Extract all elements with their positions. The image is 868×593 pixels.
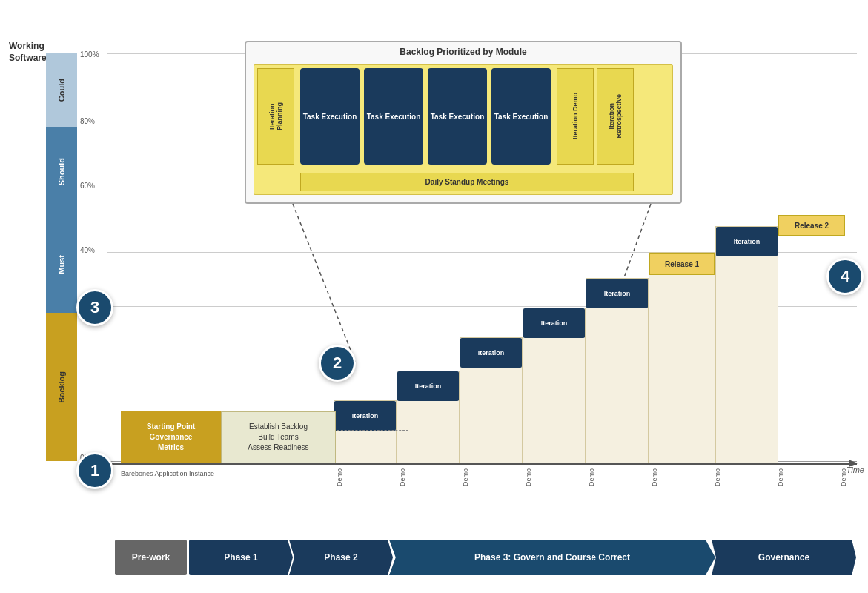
svg-line-0 — [293, 204, 356, 363]
iteration-planning-label: IterationPlanning — [268, 102, 283, 130]
task-exec-1: Task Execution — [300, 68, 360, 165]
sprint-inner-area: IterationPlanning Task Execution Task Ex… — [254, 64, 673, 195]
dotted-baseline — [334, 430, 408, 431]
backlog-band: Backlog — [46, 313, 77, 461]
release1-box: Release 1 — [649, 253, 715, 275]
must-label: Must — [57, 255, 66, 274]
task-exec-2: Task Execution — [364, 68, 423, 165]
pct-100: 100% — [80, 50, 99, 59]
bar-6: Iteration — [715, 226, 778, 463]
iteration-label-3: Iteration — [460, 338, 522, 368]
iteration-retro-box: IterationRetrospective — [597, 68, 634, 165]
sprint-title: Backlog Prioritized by Module — [246, 42, 680, 60]
phase2-box: Establish BacklogBuild TeamsAssess Readi… — [221, 411, 336, 463]
daily-standup-box: Daily Standup Meetings — [300, 173, 634, 191]
release2-box: Release 2 — [778, 215, 845, 236]
phase-prework-label: Pre-work — [132, 552, 170, 563]
bar-5: Iteration — [586, 278, 649, 463]
bar-3: Iteration — [460, 337, 523, 463]
iteration-demo-label: Iteration Demo — [572, 93, 579, 139]
daily-standup-label: Daily Standup Meetings — [425, 178, 509, 186]
demo-7: Demo — [714, 468, 721, 486]
pct-60: 60% — [80, 182, 95, 190]
iteration-planning-box: IterationPlanning — [257, 68, 294, 165]
phase-1: Phase 1 — [189, 540, 293, 575]
iteration-label-4: Iteration — [523, 308, 585, 338]
iteration-demo-box: Iteration Demo — [557, 68, 594, 165]
iteration-label-2: Iteration — [397, 371, 459, 401]
iteration-label-1: Iteration — [334, 401, 396, 431]
should-label: Should — [57, 158, 66, 185]
phase-1-label: Phase 1 — [224, 552, 257, 563]
should-band: Should — [46, 127, 77, 216]
governance-phase: Governance — [712, 540, 856, 575]
could-label: Could — [57, 79, 66, 102]
task-exec-3: Task Execution — [428, 68, 487, 165]
circle-4-label: 4 — [841, 267, 849, 286]
bar-4: Iteration — [523, 308, 586, 463]
must-band: Must — [46, 216, 77, 313]
demo-8: Demo — [777, 468, 784, 486]
demo-5: Demo — [588, 468, 595, 486]
iteration-label-5: Iteration — [586, 279, 648, 308]
demo-6: Demo — [651, 468, 658, 486]
iteration-label-6: Iteration — [716, 227, 778, 256]
release1-bar: Release 1 — [649, 252, 715, 463]
phase-3-label: Phase 3: Govern and Course Correct — [474, 552, 630, 563]
pct-40: 40% — [80, 246, 95, 254]
circle-4: 4 — [826, 258, 864, 295]
governance-label: Governance — [758, 552, 809, 563]
circle-3: 3 — [76, 289, 113, 326]
y-axis-title: WorkingSoftware — [9, 41, 42, 64]
pct-80: 80% — [80, 117, 95, 125]
prework-gold-box: Starting PointGovernanceMetrics — [121, 411, 221, 463]
phase-2: Phase 2 — [289, 540, 393, 575]
prework-label: Starting PointGovernanceMetrics — [147, 422, 196, 453]
iteration-retro-label: IterationRetrospective — [608, 94, 623, 139]
phase-3: Phase 3: Govern and Course Correct — [389, 540, 715, 575]
phase-2-label: Phase 2 — [324, 552, 357, 563]
barebones-label: Barebones Application Instance — [121, 470, 328, 477]
phase-prework: Pre-work — [115, 540, 187, 575]
task-exec-4-label: Task Execution — [494, 112, 549, 122]
circle-3-label: 3 — [90, 298, 99, 317]
bar-1: Iteration — [334, 400, 397, 463]
circle-2-label: 2 — [333, 354, 342, 373]
time-label: Time — [847, 466, 864, 474]
demo-2: Demo — [399, 468, 406, 486]
demo-3: Demo — [462, 468, 469, 486]
phase2-label: Establish BacklogBuild TeamsAssess Readi… — [248, 422, 308, 453]
circle-2: 2 — [319, 345, 356, 382]
main-container: WorkingSoftware Could Should Must Backlo… — [0, 0, 868, 593]
task-exec-1-label: Task Execution — [303, 112, 357, 122]
task-exec-2-label: Task Execution — [367, 112, 421, 122]
circle-1-label: 1 — [90, 461, 99, 480]
sprint-diagram-box: Backlog Prioritized by Module IterationP… — [245, 41, 682, 204]
time-axis-line — [107, 463, 857, 465]
demo-4: Demo — [525, 468, 532, 486]
backlog-label: Backlog — [57, 371, 66, 403]
circle-1: 1 — [76, 452, 113, 489]
task-exec-4: Task Execution — [491, 68, 551, 165]
task-exec-3-label: Task Execution — [431, 112, 485, 122]
could-band: Could — [46, 53, 77, 127]
demo-1: Demo — [336, 468, 343, 486]
bar-2: Iteration — [397, 371, 460, 463]
